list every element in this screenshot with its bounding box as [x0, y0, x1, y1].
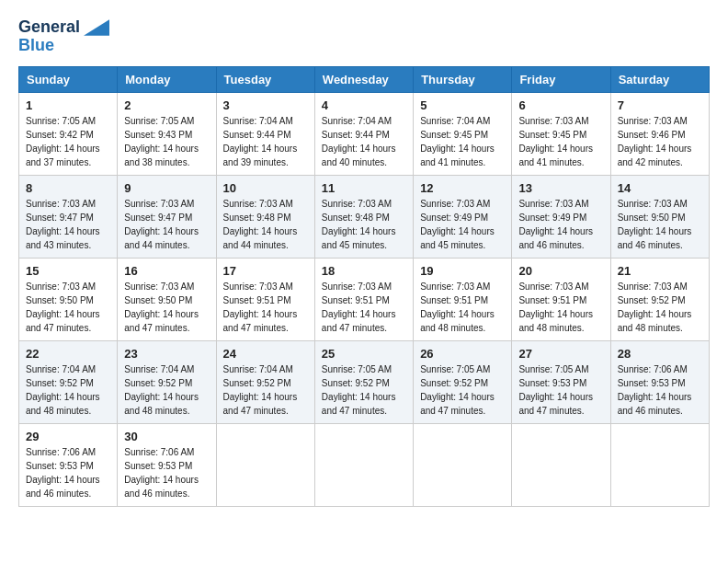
day-info: Sunrise: 7:03 AMSunset: 9:45 PMDaylight:… — [518, 116, 593, 167]
day-number: 7 — [618, 98, 702, 112]
calendar-cell: 24Sunrise: 7:04 AMSunset: 9:52 PMDayligh… — [216, 340, 314, 423]
day-info: Sunrise: 7:03 AMSunset: 9:51 PMDaylight:… — [420, 282, 495, 333]
day-info: Sunrise: 7:06 AMSunset: 9:53 PMDaylight:… — [26, 447, 100, 499]
day-info: Sunrise: 7:03 AMSunset: 9:48 PMDaylight:… — [322, 199, 396, 250]
svg-marker-0 — [84, 20, 109, 37]
day-number: 8 — [26, 181, 110, 195]
calendar-cell — [216, 423, 314, 506]
calendar-week-5: 29Sunrise: 7:06 AMSunset: 9:53 PMDayligh… — [19, 423, 710, 506]
weekday-header-row: SundayMondayTuesdayWednesdayThursdayFrid… — [19, 66, 710, 92]
day-number: 30 — [124, 430, 209, 443]
calendar-cell: 4Sunrise: 7:04 AMSunset: 9:44 PMDaylight… — [314, 92, 413, 175]
day-number: 22 — [26, 347, 110, 361]
calendar-cell: 8Sunrise: 7:03 AMSunset: 9:47 PMDaylight… — [19, 175, 118, 258]
weekday-thursday: Thursday — [414, 66, 512, 92]
weekday-tuesday: Tuesday — [216, 66, 314, 92]
calendar-cell: 15Sunrise: 7:03 AMSunset: 9:50 PMDayligh… — [19, 258, 118, 340]
day-number: 27 — [518, 347, 603, 361]
calendar-cell: 28Sunrise: 7:06 AMSunset: 9:53 PMDayligh… — [610, 340, 709, 423]
day-info: Sunrise: 7:05 AMSunset: 9:42 PMDaylight:… — [26, 116, 100, 167]
day-number: 29 — [26, 430, 110, 443]
calendar-week-1: 1Sunrise: 7:05 AMSunset: 9:42 PMDaylight… — [19, 92, 710, 175]
calendar-cell: 22Sunrise: 7:04 AMSunset: 9:52 PMDayligh… — [19, 340, 118, 423]
calendar-cell: 19Sunrise: 7:03 AMSunset: 9:51 PMDayligh… — [414, 258, 512, 340]
logo-text: General — [18, 18, 109, 37]
day-number: 16 — [124, 264, 209, 278]
day-info: Sunrise: 7:03 AMSunset: 9:50 PMDaylight:… — [124, 282, 199, 333]
calendar-cell: 17Sunrise: 7:03 AMSunset: 9:51 PMDayligh… — [216, 258, 314, 340]
calendar-cell: 14Sunrise: 7:03 AMSunset: 9:50 PMDayligh… — [610, 175, 709, 258]
day-number: 24 — [223, 347, 308, 361]
weekday-friday: Friday — [512, 66, 610, 92]
calendar-cell: 25Sunrise: 7:05 AMSunset: 9:52 PMDayligh… — [314, 340, 413, 423]
day-info: Sunrise: 7:03 AMSunset: 9:51 PMDaylight:… — [223, 282, 298, 333]
day-info: Sunrise: 7:04 AMSunset: 9:52 PMDaylight:… — [26, 364, 100, 416]
calendar-cell: 10Sunrise: 7:03 AMSunset: 9:48 PMDayligh… — [216, 175, 314, 258]
calendar-cell: 7Sunrise: 7:03 AMSunset: 9:46 PMDaylight… — [610, 92, 709, 175]
day-info: Sunrise: 7:03 AMSunset: 9:50 PMDaylight:… — [618, 199, 692, 250]
day-info: Sunrise: 7:03 AMSunset: 9:47 PMDaylight:… — [26, 199, 100, 250]
day-info: Sunrise: 7:05 AMSunset: 9:52 PMDaylight:… — [420, 364, 495, 416]
calendar-cell: 16Sunrise: 7:03 AMSunset: 9:50 PMDayligh… — [118, 258, 216, 340]
calendar-week-2: 8Sunrise: 7:03 AMSunset: 9:47 PMDaylight… — [19, 175, 710, 258]
day-number: 19 — [420, 264, 505, 278]
calendar-cell: 20Sunrise: 7:03 AMSunset: 9:51 PMDayligh… — [512, 258, 610, 340]
calendar-cell — [314, 423, 413, 506]
day-info: Sunrise: 7:03 AMSunset: 9:48 PMDaylight:… — [223, 199, 298, 250]
day-number: 23 — [124, 347, 209, 361]
day-number: 17 — [223, 264, 308, 278]
day-number: 9 — [124, 181, 209, 195]
day-number: 5 — [420, 98, 505, 112]
day-info: Sunrise: 7:04 AMSunset: 9:44 PMDaylight:… — [223, 116, 298, 167]
day-info: Sunrise: 7:03 AMSunset: 9:51 PMDaylight:… — [322, 282, 396, 333]
day-number: 3 — [223, 98, 308, 112]
day-info: Sunrise: 7:06 AMSunset: 9:53 PMDaylight:… — [618, 364, 692, 416]
weekday-saturday: Saturday — [610, 66, 709, 92]
day-info: Sunrise: 7:03 AMSunset: 9:46 PMDaylight:… — [618, 116, 692, 167]
day-number: 21 — [618, 264, 702, 278]
day-number: 20 — [518, 264, 603, 278]
weekday-sunday: Sunday — [19, 66, 118, 92]
day-number: 15 — [26, 264, 110, 278]
calendar-cell: 12Sunrise: 7:03 AMSunset: 9:49 PMDayligh… — [414, 175, 512, 258]
day-number: 11 — [322, 181, 406, 195]
day-number: 12 — [420, 181, 505, 195]
day-number: 26 — [420, 347, 505, 361]
day-info: Sunrise: 7:03 AMSunset: 9:49 PMDaylight:… — [420, 199, 495, 250]
calendar-cell — [414, 423, 512, 506]
calendar-cell: 3Sunrise: 7:04 AMSunset: 9:44 PMDaylight… — [216, 92, 314, 175]
day-info: Sunrise: 7:04 AMSunset: 9:52 PMDaylight:… — [223, 364, 298, 416]
day-info: Sunrise: 7:06 AMSunset: 9:53 PMDaylight:… — [124, 447, 199, 499]
calendar-cell: 18Sunrise: 7:03 AMSunset: 9:51 PMDayligh… — [314, 258, 413, 340]
day-info: Sunrise: 7:04 AMSunset: 9:45 PMDaylight:… — [420, 116, 495, 167]
day-number: 4 — [322, 98, 406, 112]
calendar-cell: 6Sunrise: 7:03 AMSunset: 9:45 PMDaylight… — [512, 92, 610, 175]
logo: General Blue — [18, 18, 109, 55]
logo-blue: Blue — [18, 37, 109, 55]
weekday-wednesday: Wednesday — [314, 66, 413, 92]
weekday-monday: Monday — [118, 66, 216, 92]
day-info: Sunrise: 7:03 AMSunset: 9:49 PMDaylight:… — [518, 199, 593, 250]
day-number: 18 — [322, 264, 406, 278]
calendar-table: SundayMondayTuesdayWednesdayThursdayFrid… — [18, 66, 710, 507]
day-info: Sunrise: 7:03 AMSunset: 9:50 PMDaylight:… — [26, 282, 100, 333]
calendar-cell — [512, 423, 610, 506]
calendar-cell: 30Sunrise: 7:06 AMSunset: 9:53 PMDayligh… — [118, 423, 216, 506]
day-info: Sunrise: 7:03 AMSunset: 9:51 PMDaylight:… — [518, 282, 593, 333]
calendar-cell — [610, 423, 709, 506]
day-number: 2 — [124, 98, 209, 112]
calendar-cell: 26Sunrise: 7:05 AMSunset: 9:52 PMDayligh… — [414, 340, 512, 423]
calendar-week-4: 22Sunrise: 7:04 AMSunset: 9:52 PMDayligh… — [19, 340, 710, 423]
calendar-cell: 1Sunrise: 7:05 AMSunset: 9:42 PMDaylight… — [19, 92, 118, 175]
day-number: 1 — [26, 98, 110, 112]
day-info: Sunrise: 7:04 AMSunset: 9:44 PMDaylight:… — [322, 116, 396, 167]
day-number: 28 — [618, 347, 702, 361]
day-number: 6 — [518, 98, 603, 112]
calendar-cell: 2Sunrise: 7:05 AMSunset: 9:43 PMDaylight… — [118, 92, 216, 175]
calendar-cell: 5Sunrise: 7:04 AMSunset: 9:45 PMDaylight… — [414, 92, 512, 175]
day-info: Sunrise: 7:05 AMSunset: 9:53 PMDaylight:… — [518, 364, 593, 416]
day-info: Sunrise: 7:03 AMSunset: 9:52 PMDaylight:… — [618, 282, 692, 333]
calendar-cell: 11Sunrise: 7:03 AMSunset: 9:48 PMDayligh… — [314, 175, 413, 258]
calendar-body: 1Sunrise: 7:05 AMSunset: 9:42 PMDaylight… — [19, 92, 710, 506]
day-info: Sunrise: 7:05 AMSunset: 9:43 PMDaylight:… — [124, 116, 199, 167]
